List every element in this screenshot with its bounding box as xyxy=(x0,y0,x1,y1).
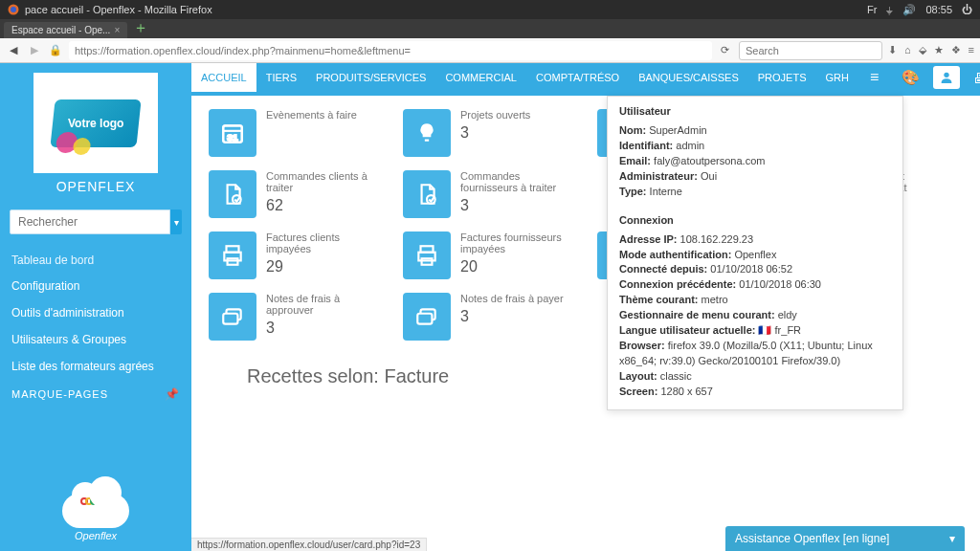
back-icon[interactable]: ◀ xyxy=(6,43,21,58)
print-icon[interactable]: 🖶 xyxy=(973,70,980,86)
svg-rect-20 xyxy=(417,314,432,324)
palette-icon[interactable]: 🎨 xyxy=(902,69,920,86)
nav-compta[interactable]: COMPTA/TRÉSO xyxy=(526,63,629,92)
burger-icon[interactable]: ≡ xyxy=(858,63,890,92)
sound-icon[interactable]: 🔊 xyxy=(902,4,916,16)
dashboard-card[interactable]: Notes de frais à payer3 xyxy=(403,293,574,341)
card-value: 29 xyxy=(266,258,380,276)
close-tab-icon[interactable]: × xyxy=(114,25,120,35)
svg-rect-18 xyxy=(223,314,237,324)
card-label: Commandes clients à traiter xyxy=(266,170,380,193)
nav-produits[interactable]: PRODUITS/SERVICES xyxy=(306,63,435,92)
card-label: Commandes fournisseurs à traiter xyxy=(460,170,574,193)
lock-icon: 🔒 xyxy=(48,43,63,58)
card-value: 3 xyxy=(460,197,574,214)
sidebar-search[interactable]: ▾ xyxy=(10,209,182,234)
dashboard-card[interactable]: Projets ouverts3 xyxy=(403,109,574,157)
wifi-icon[interactable]: ⏚ xyxy=(886,4,893,15)
bookmarks-label: MARQUE-PAGES xyxy=(11,388,108,400)
dashboard-card[interactable]: 31Evènements à faire xyxy=(209,109,380,157)
nav-accueil[interactable]: ACCUEIL xyxy=(191,63,256,92)
card-value: 20 xyxy=(460,258,574,276)
nav-commercial[interactable]: COMMERCIAL xyxy=(435,63,526,92)
dashboard-card[interactable]: Factures clients impayées29 xyxy=(209,231,380,279)
sidebar-bookmarks-header[interactable]: MARQUE-PAGES 📌 xyxy=(0,380,191,408)
card-label: Factures fournisseurs impayées xyxy=(460,231,574,254)
chevron-down-icon[interactable]: ▾ xyxy=(949,532,955,545)
dashboard-card[interactable]: Commandes fournisseurs à traiter3 xyxy=(403,170,574,218)
bookmarks-icon[interactable]: ★ xyxy=(934,44,944,56)
card-value: 3 xyxy=(460,308,564,325)
sidebar-cloud-logo[interactable]: Openflex xyxy=(0,490,191,551)
printer-icon xyxy=(209,231,256,279)
logo[interactable]: Votre logo xyxy=(33,73,158,173)
card-value: 3 xyxy=(460,124,530,142)
card-value: 3 xyxy=(266,320,380,337)
assistance-bar[interactable]: Assistance Openflex [en ligne] ▾ xyxy=(725,526,965,551)
browser-tab[interactable]: Espace accueil - Ope... × xyxy=(4,22,127,38)
new-tab-icon[interactable]: ＋ xyxy=(133,18,148,38)
card-label: Notes de frais à approuver xyxy=(266,293,380,316)
svg-point-1 xyxy=(11,7,16,12)
sidebar-item-configuration[interactable]: Configuration xyxy=(0,273,191,299)
browser-search-input[interactable] xyxy=(739,41,882,60)
notes-icon xyxy=(403,293,451,341)
reload-icon[interactable]: ⟳ xyxy=(718,43,733,58)
card-value: 62 xyxy=(266,197,380,214)
logo-text: Votre logo xyxy=(68,117,123,130)
card-label: Projets ouverts xyxy=(460,109,530,121)
card-label: Factures clients impayées xyxy=(266,231,380,254)
menu-icon[interactable]: ≡ xyxy=(969,44,974,56)
lightbulb-icon xyxy=(403,109,451,157)
status-bar-url: https://formation.openflex.cloud/user/ca… xyxy=(191,538,427,551)
nav-tiers[interactable]: TIERS xyxy=(256,63,306,92)
notes-icon xyxy=(209,293,256,341)
calendar-icon: 31 xyxy=(209,109,256,157)
forward-icon: ▶ xyxy=(27,43,42,58)
popover-conn-heading: Connexion xyxy=(619,213,891,229)
topnav: ACCUEIL TIERS PRODUITS/SERVICES COMMERCI… xyxy=(191,63,980,96)
sidebar-section-dashboard[interactable]: Tableau de bord xyxy=(0,248,191,273)
card-label: Notes de frais à payer xyxy=(460,293,564,304)
download-icon[interactable]: ⬇ xyxy=(888,44,897,56)
sidebar-search-input[interactable] xyxy=(10,209,170,234)
browser-chrome: Espace accueil - Ope... × ＋ ◀ ▶ 🔒 ⟳ ⬇ ⌂ … xyxy=(0,19,980,63)
addons-icon[interactable]: ❖ xyxy=(951,44,961,56)
pin-icon[interactable]: 📌 xyxy=(165,387,180,401)
sidebar-item-trainers[interactable]: Liste des formateurs agrées xyxy=(0,353,191,380)
doc-check-icon xyxy=(403,170,451,218)
nav-grh[interactable]: GRH xyxy=(815,63,858,92)
dashboard-card[interactable]: Factures fournisseurs impayées20 xyxy=(403,231,574,279)
sidebar-item-admin-tools[interactable]: Outils d'administration xyxy=(0,299,191,326)
window-title: pace accueil - Openflex - Mozilla Firefo… xyxy=(25,4,212,15)
tab-title: Espace accueil - Ope... xyxy=(11,25,110,35)
dashboard-card[interactable]: Commandes clients à traiter62 xyxy=(209,170,380,218)
power-icon[interactable]: ⏻ xyxy=(962,4,972,15)
dashboard-card[interactable]: Notes de frais à approuver3 xyxy=(209,293,380,341)
sidebar-item-users-groups[interactable]: Utilisateurs & Groupes xyxy=(0,326,191,353)
app: Votre logo OPENFLEX ▾ Tableau de bord Co… xyxy=(0,63,980,551)
svg-point-2 xyxy=(945,73,949,77)
toolbar: ◀ ▶ 🔒 ⟳ ⬇ ⌂ ⬙ ★ ❖ ≡ xyxy=(0,38,980,63)
chevron-down-icon[interactable]: ▾ xyxy=(170,209,182,234)
sidebar: Votre logo OPENFLEX ▾ Tableau de bord Co… xyxy=(0,63,191,551)
home-icon[interactable]: ⌂ xyxy=(904,44,911,56)
user-info-popover: Utilisateur Nom: SuperAdmin Identifiant:… xyxy=(607,96,903,410)
card-label: Evènements à faire xyxy=(266,109,357,121)
pocket-icon[interactable]: ⬙ xyxy=(919,44,926,56)
main: ACCUEIL TIERS PRODUITS/SERVICES COMMERCI… xyxy=(191,63,980,551)
tab-strip: Espace accueil - Ope... × ＋ xyxy=(0,19,980,38)
popover-user-heading: Utilisateur xyxy=(619,104,891,120)
cloud-label: Openflex xyxy=(0,530,191,541)
clock: 08:55 xyxy=(925,4,952,15)
printer-icon xyxy=(403,231,451,279)
url-input[interactable] xyxy=(69,41,712,60)
lang-indicator[interactable]: Fr xyxy=(867,4,877,15)
user-button[interactable] xyxy=(933,66,960,89)
nav-projets[interactable]: PROJETS xyxy=(748,63,816,92)
os-top-bar: pace accueil - Openflex - Mozilla Firefo… xyxy=(0,0,980,19)
firefox-icon xyxy=(8,4,19,15)
svg-text:31: 31 xyxy=(228,132,238,143)
nav-banques[interactable]: BANQUES/CAISSES xyxy=(629,63,748,92)
doc-check-icon xyxy=(209,170,256,218)
